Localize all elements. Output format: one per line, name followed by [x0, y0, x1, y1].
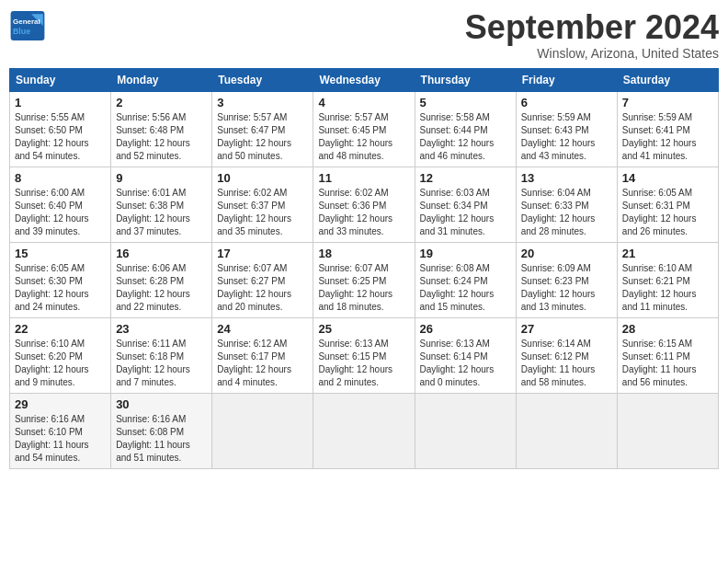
calendar-cell: 17 Sunrise: 6:07 AM Sunset: 6:27 PM Dayl…	[212, 242, 313, 317]
svg-text:General: General	[13, 17, 40, 26]
day-number: 2	[116, 96, 207, 109]
col-header-thursday: Thursday	[415, 68, 516, 91]
calendar-cell: 16 Sunrise: 6:06 AM Sunset: 6:28 PM Dayl…	[111, 242, 212, 317]
day-number: 21	[622, 247, 713, 260]
calendar-cell	[212, 393, 313, 468]
day-number: 15	[15, 247, 106, 260]
location-title: Winslow, Arizona, United States	[465, 46, 719, 61]
day-detail: Sunrise: 6:09 AM Sunset: 6:23 PM Dayligh…	[521, 262, 612, 314]
day-number: 8	[15, 171, 106, 185]
day-detail: Sunrise: 6:14 AM Sunset: 6:12 PM Dayligh…	[521, 338, 612, 389]
calendar-cell: 21 Sunrise: 6:10 AM Sunset: 6:21 PM Dayl…	[617, 242, 718, 317]
month-title: September 2024	[465, 9, 719, 46]
calendar-cell: 5 Sunrise: 5:58 AM Sunset: 6:44 PM Dayli…	[415, 91, 516, 167]
day-detail: Sunrise: 6:00 AM Sunset: 6:40 PM Dayligh…	[15, 187, 106, 238]
day-number: 26	[420, 322, 511, 336]
col-header-sunday: Sunday	[10, 68, 111, 91]
day-number: 10	[217, 171, 308, 185]
col-header-tuesday: Tuesday	[212, 68, 313, 91]
calendar-cell: 25 Sunrise: 6:13 AM Sunset: 6:15 PM Dayl…	[313, 317, 415, 393]
title-block: September 2024 Winslow, Arizona, United …	[465, 9, 719, 61]
day-number: 16	[116, 247, 207, 260]
day-detail: Sunrise: 6:05 AM Sunset: 6:31 PM Dayligh…	[622, 187, 713, 238]
day-detail: Sunrise: 5:57 AM Sunset: 6:45 PM Dayligh…	[318, 111, 409, 163]
col-header-saturday: Saturday	[617, 68, 718, 91]
day-detail: Sunrise: 6:13 AM Sunset: 6:14 PM Dayligh…	[420, 338, 511, 389]
day-number: 18	[318, 247, 409, 260]
day-number: 14	[622, 171, 713, 185]
calendar-cell: 19 Sunrise: 6:08 AM Sunset: 6:24 PM Dayl…	[415, 242, 516, 317]
calendar-cell: 20 Sunrise: 6:09 AM Sunset: 6:23 PM Dayl…	[516, 242, 617, 317]
calendar-cell: 23 Sunrise: 6:11 AM Sunset: 6:18 PM Dayl…	[111, 317, 212, 393]
day-detail: Sunrise: 6:06 AM Sunset: 6:28 PM Dayligh…	[116, 262, 207, 314]
day-detail: Sunrise: 5:58 AM Sunset: 6:44 PM Dayligh…	[420, 111, 511, 163]
day-detail: Sunrise: 5:55 AM Sunset: 6:50 PM Dayligh…	[15, 111, 106, 163]
calendar-cell: 13 Sunrise: 6:04 AM Sunset: 6:33 PM Dayl…	[516, 167, 617, 242]
calendar-cell: 7 Sunrise: 5:59 AM Sunset: 6:41 PM Dayli…	[617, 91, 718, 167]
day-number: 11	[318, 171, 409, 185]
calendar-cell: 15 Sunrise: 6:05 AM Sunset: 6:30 PM Dayl…	[10, 242, 111, 317]
day-number: 5	[420, 96, 511, 109]
calendar-cell: 2 Sunrise: 5:56 AM Sunset: 6:48 PM Dayli…	[111, 91, 212, 167]
day-detail: Sunrise: 6:02 AM Sunset: 6:37 PM Dayligh…	[217, 187, 308, 238]
calendar-cell: 10 Sunrise: 6:02 AM Sunset: 6:37 PM Dayl…	[212, 167, 313, 242]
calendar: SundayMondayTuesdayWednesdayThursdayFrid…	[9, 68, 719, 469]
svg-text:Blue: Blue	[13, 27, 30, 36]
day-detail: Sunrise: 6:13 AM Sunset: 6:15 PM Dayligh…	[318, 338, 409, 389]
day-number: 12	[420, 171, 511, 185]
day-detail: Sunrise: 5:56 AM Sunset: 6:48 PM Dayligh…	[116, 111, 207, 163]
calendar-cell: 11 Sunrise: 6:02 AM Sunset: 6:36 PM Dayl…	[313, 167, 415, 242]
col-header-monday: Monday	[111, 68, 212, 91]
day-detail: Sunrise: 6:08 AM Sunset: 6:24 PM Dayligh…	[420, 262, 511, 314]
day-number: 20	[521, 247, 612, 260]
day-number: 13	[521, 171, 612, 185]
day-detail: Sunrise: 6:16 AM Sunset: 6:10 PM Dayligh…	[15, 413, 106, 465]
col-header-wednesday: Wednesday	[313, 68, 415, 91]
calendar-cell	[516, 393, 617, 468]
day-detail: Sunrise: 6:02 AM Sunset: 6:36 PM Dayligh…	[318, 187, 409, 238]
day-detail: Sunrise: 6:10 AM Sunset: 6:20 PM Dayligh…	[15, 338, 106, 389]
calendar-cell: 22 Sunrise: 6:10 AM Sunset: 6:20 PM Dayl…	[10, 317, 111, 393]
calendar-cell	[313, 393, 415, 468]
day-number: 17	[217, 247, 308, 260]
day-detail: Sunrise: 6:07 AM Sunset: 6:27 PM Dayligh…	[217, 262, 308, 314]
day-number: 27	[521, 322, 612, 336]
day-number: 7	[622, 96, 713, 109]
day-detail: Sunrise: 6:03 AM Sunset: 6:34 PM Dayligh…	[420, 187, 511, 238]
day-detail: Sunrise: 5:57 AM Sunset: 6:47 PM Dayligh…	[217, 111, 308, 163]
calendar-cell: 12 Sunrise: 6:03 AM Sunset: 6:34 PM Dayl…	[415, 167, 516, 242]
day-number: 9	[116, 171, 207, 185]
day-number: 29	[15, 397, 106, 411]
logo: General Blue	[9, 9, 50, 42]
day-detail: Sunrise: 6:10 AM Sunset: 6:21 PM Dayligh…	[622, 262, 713, 314]
day-detail: Sunrise: 5:59 AM Sunset: 6:41 PM Dayligh…	[622, 111, 713, 163]
calendar-cell: 30 Sunrise: 6:16 AM Sunset: 6:08 PM Dayl…	[111, 393, 212, 468]
day-number: 25	[318, 322, 409, 336]
day-number: 24	[217, 322, 308, 336]
day-detail: Sunrise: 6:12 AM Sunset: 6:17 PM Dayligh…	[217, 338, 308, 389]
header: General Blue September 2024 Winslow, Ari…	[9, 9, 719, 61]
day-number: 3	[217, 96, 308, 109]
calendar-cell: 27 Sunrise: 6:14 AM Sunset: 6:12 PM Dayl…	[516, 317, 617, 393]
day-number: 19	[420, 247, 511, 260]
day-detail: Sunrise: 6:15 AM Sunset: 6:11 PM Dayligh…	[622, 338, 713, 389]
day-number: 22	[15, 322, 106, 336]
calendar-cell: 8 Sunrise: 6:00 AM Sunset: 6:40 PM Dayli…	[10, 167, 111, 242]
day-detail: Sunrise: 6:11 AM Sunset: 6:18 PM Dayligh…	[116, 338, 207, 389]
day-number: 30	[116, 397, 207, 411]
calendar-cell: 28 Sunrise: 6:15 AM Sunset: 6:11 PM Dayl…	[617, 317, 718, 393]
day-detail: Sunrise: 6:16 AM Sunset: 6:08 PM Dayligh…	[116, 413, 207, 465]
calendar-cell: 6 Sunrise: 5:59 AM Sunset: 6:43 PM Dayli…	[516, 91, 617, 167]
day-detail: Sunrise: 5:59 AM Sunset: 6:43 PM Dayligh…	[521, 111, 612, 163]
day-detail: Sunrise: 6:07 AM Sunset: 6:25 PM Dayligh…	[318, 262, 409, 314]
day-number: 23	[116, 322, 207, 336]
calendar-cell: 24 Sunrise: 6:12 AM Sunset: 6:17 PM Dayl…	[212, 317, 313, 393]
day-number: 4	[318, 96, 409, 109]
col-header-friday: Friday	[516, 68, 617, 91]
day-detail: Sunrise: 6:01 AM Sunset: 6:38 PM Dayligh…	[116, 187, 207, 238]
calendar-cell: 3 Sunrise: 5:57 AM Sunset: 6:47 PM Dayli…	[212, 91, 313, 167]
day-number: 1	[15, 96, 106, 109]
day-detail: Sunrise: 6:04 AM Sunset: 6:33 PM Dayligh…	[521, 187, 612, 238]
calendar-cell: 9 Sunrise: 6:01 AM Sunset: 6:38 PM Dayli…	[111, 167, 212, 242]
calendar-cell: 18 Sunrise: 6:07 AM Sunset: 6:25 PM Dayl…	[313, 242, 415, 317]
